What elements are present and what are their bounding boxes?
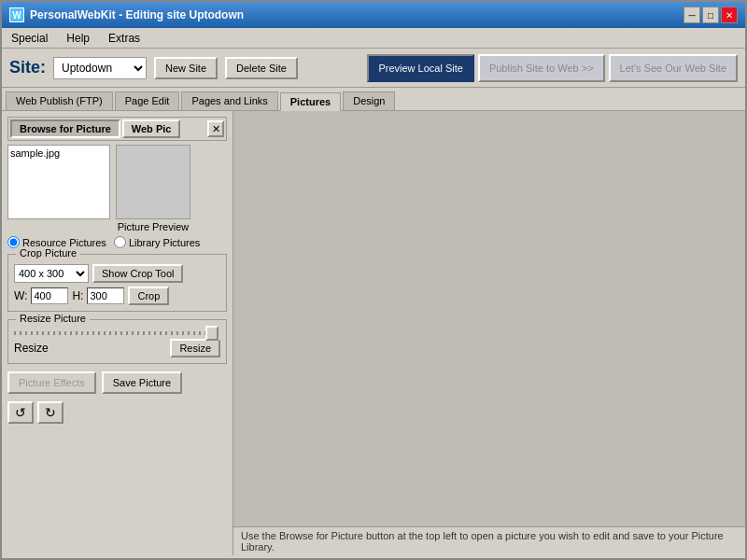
picture-area: sample.jpg Picture Preview	[7, 145, 227, 232]
delete-site-button[interactable]: Delete Site	[225, 57, 298, 79]
picture-filename: sample.jpg	[10, 147, 60, 159]
bottom-buttons: Picture Effects Save Picture	[7, 371, 227, 394]
save-picture-button[interactable]: Save Picture	[102, 371, 182, 394]
resize-label: Resize	[14, 342, 49, 355]
main-content: Browse for Picture Web Pic ✕ sample.jpg …	[2, 111, 745, 555]
status-bar: Use the Browse for Picture button at the…	[233, 526, 745, 555]
undo-button[interactable]: ↺	[7, 401, 34, 424]
close-button[interactable]: ✕	[721, 7, 738, 23]
radio-resource-label: Resource Pictures	[22, 237, 106, 248]
tab-web-publish[interactable]: Web Publish (FTP)	[6, 91, 113, 110]
site-label: Site:	[9, 58, 46, 77]
tab-page-edit[interactable]: Page Edit	[115, 91, 180, 110]
preview-local-button[interactable]: Preview Local Site	[367, 54, 474, 82]
site-bar: Site: Uptodown New Site Delete Site Prev…	[2, 49, 745, 88]
resize-picture-group: Resize Picture Resize Resize	[7, 319, 227, 364]
right-panel: Use the Browse for Picture button at the…	[233, 111, 745, 555]
picture-preview-box	[116, 145, 190, 219]
web-pic-button[interactable]: Web Pic	[122, 119, 181, 138]
status-text: Use the Browse for Picture button at the…	[241, 530, 724, 553]
crop-size-select[interactable]: 400 x 300 747 x 560 320 x 240 Custom	[14, 264, 89, 283]
tab-design[interactable]: Design	[343, 91, 395, 110]
radio-library[interactable]: Library Pictures	[114, 236, 200, 248]
menu-special[interactable]: Special	[6, 30, 53, 47]
resize-group-legend: Resize Picture	[16, 313, 90, 324]
preview-bar: Preview Local Site Publish Site to Web >…	[367, 54, 738, 82]
our-web-site-button[interactable]: Let's See Our Web Site	[609, 54, 738, 82]
height-input[interactable]	[87, 287, 124, 304]
wh-row: W: H: Crop	[14, 287, 220, 305]
tab-pages-links[interactable]: Pages and Links	[181, 91, 277, 110]
menu-extras[interactable]: Extras	[103, 30, 146, 47]
menu-bar: Special Help Extras	[2, 28, 745, 49]
h-label: H:	[72, 289, 83, 302]
radio-library-label: Library Pictures	[129, 237, 200, 248]
slider-container	[14, 331, 220, 335]
new-site-button[interactable]: New Site	[154, 57, 218, 79]
tab-bar: Web Publish (FTP) Page Edit Pages and Li…	[2, 88, 745, 111]
resize-slider-track	[14, 331, 220, 335]
site-select[interactable]: Uptodown	[53, 57, 147, 79]
resize-button[interactable]: Resize	[170, 339, 220, 357]
close-picture-button[interactable]: ✕	[207, 120, 224, 137]
resize-slider-thumb[interactable]	[205, 326, 218, 341]
tab-pictures[interactable]: Pictures	[280, 92, 341, 111]
title-controls: ─ □ ✕	[684, 7, 738, 23]
left-panel: Browse for Picture Web Pic ✕ sample.jpg …	[2, 111, 233, 555]
title-bar: W PersonalWebKit - Editing site Uptodown…	[2, 2, 745, 28]
browse-picture-button[interactable]: Browse for Picture	[10, 119, 120, 138]
publish-web-button[interactable]: Publish Site to Web >>	[478, 54, 605, 82]
w-label: W:	[14, 289, 27, 302]
picture-thumbnail: sample.jpg	[7, 145, 110, 219]
crop-row: 400 x 300 747 x 560 320 x 240 Custom Sho…	[14, 264, 220, 283]
width-input[interactable]	[31, 287, 68, 304]
crop-button[interactable]: Crop	[128, 287, 169, 305]
picture-toolbar: Browse for Picture Web Pic ✕	[7, 117, 227, 141]
window-title: PersonalWebKit - Editing site Uptodown	[30, 8, 244, 21]
show-crop-tool-button[interactable]: Show Crop Tool	[92, 264, 183, 283]
crop-picture-group: Crop Picture 400 x 300 747 x 560 320 x 2…	[7, 254, 227, 312]
menu-help[interactable]: Help	[61, 30, 95, 47]
redo-button[interactable]: ↻	[37, 401, 63, 424]
minimize-button[interactable]: ─	[684, 7, 700, 23]
radio-library-input[interactable]	[114, 236, 126, 248]
picture-effects-button[interactable]: Picture Effects	[7, 371, 96, 394]
preview-label: Picture Preview	[118, 221, 189, 232]
resize-row: Resize Resize	[14, 339, 220, 357]
picture-canvas	[233, 111, 745, 526]
app-icon: W	[9, 7, 24, 22]
undo-redo-row: ↺ ↻	[7, 401, 227, 424]
maximize-button[interactable]: □	[702, 7, 719, 23]
crop-group-legend: Crop Picture	[16, 247, 80, 259]
